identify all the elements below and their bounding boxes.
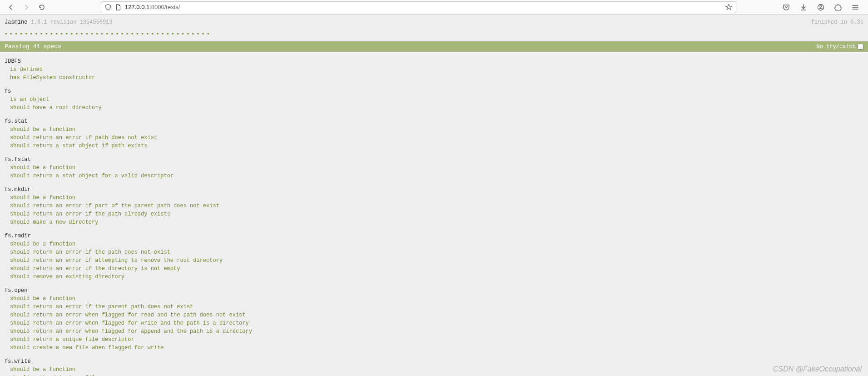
suite: fs.openshould be a functionshould return… [5,286,863,352]
spec-item[interactable]: should return an error if the path does … [10,248,863,256]
spec-item[interactable]: should return an error if attempting to … [10,256,863,265]
suite-name[interactable]: fs.stat [5,117,863,125]
spec-item[interactable]: is defined [10,65,863,74]
spec-item[interactable]: should return an error if the path alrea… [10,210,863,218]
spec-item[interactable]: is an object [10,95,863,104]
spec-item[interactable]: should be a function [10,194,863,202]
suite-name[interactable]: fs.rmdir [5,232,863,240]
trycatch-toggle[interactable]: No try/catch [817,44,863,50]
spec-item[interactable]: should be a function [10,125,863,134]
suite: fsis an objectshould have a root directo… [5,87,863,112]
suite: fs.fstatshould be a functionshould retur… [5,155,863,180]
url-bar[interactable]: 127.0.0.1:8000/tests/ [101,1,736,13]
spec-item[interactable]: should return a stat object if path exis… [10,142,863,150]
jasmine-title[interactable]: Jasmine [5,19,27,25]
pocket-icon[interactable] [780,1,793,14]
spec-item[interactable]: should return an error when flagged for … [10,311,863,319]
suite-name[interactable]: fs.write [5,357,863,366]
suite-name[interactable]: fs [5,87,863,95]
spec-item[interactable]: should be a function [10,240,863,248]
trycatch-checkbox[interactable] [858,44,863,50]
spec-item[interactable]: should return a stat object for a valid … [10,172,863,180]
spec-item[interactable]: should have a root directory [10,104,863,112]
suite: fs.statshould be a functionshould return… [5,117,863,150]
results: IDBFSis definedhas FileSystem constructo… [0,52,868,376]
spec-item[interactable]: should remove an existing directory [10,273,863,281]
spec-item[interactable]: should be a function [10,366,863,374]
menu-icon[interactable] [849,1,862,14]
extensions-icon[interactable] [832,1,844,14]
summary-text[interactable]: Passing 41 specs [5,43,61,50]
spec-item[interactable]: should return an error if part of the pa… [10,202,863,210]
suite-name[interactable]: IDBFS [5,57,863,65]
jasmine-version: 1.3.1 revision 1354556913 [31,19,113,25]
page-icon [115,4,121,10]
spec-item[interactable]: should make a new directory [10,218,863,226]
spec-item[interactable]: should return an error when flagged for … [10,327,863,336]
jasmine-header: Jasmine 1.3.1 revision 1354556913 finish… [0,15,868,30]
back-button[interactable] [5,1,17,14]
spec-item[interactable]: should return an error if path does not … [10,134,863,142]
account-icon[interactable] [814,1,827,14]
spec-item[interactable]: should be a function [10,164,863,172]
jasmine-duration: finished in 5.3s [811,19,863,25]
bookmark-star-icon[interactable] [725,4,732,10]
spec-dots: ••••••••••••••••••••••••••••••••••••••••… [0,30,868,41]
spec-item[interactable]: should return a unique file descriptor [10,336,863,344]
browser-toolbar: 127.0.0.1:8000/tests/ [0,0,868,15]
svg-point-1 [820,5,822,7]
reload-button[interactable] [35,1,48,14]
spec-item[interactable]: should be a function [10,295,863,303]
url-text: 127.0.0.1:8000/tests/ [125,4,722,10]
spec-item[interactable]: should return an error when flagged for … [10,319,863,327]
summary-bar: Passing 41 specs No try/catch [0,41,868,52]
downloads-icon[interactable] [797,1,810,14]
shield-icon [105,4,111,10]
suite: fs.rmdirshould be a functionshould retur… [5,232,863,281]
suite-name[interactable]: fs.mkdir [5,185,863,194]
suite: IDBFSis definedhas FileSystem constructo… [5,57,863,82]
suite: fs.writeshould be a functionshould write… [5,357,863,376]
spec-item[interactable]: has FileSystem constructor [10,74,863,82]
spec-item[interactable]: should return an error if the directory … [10,265,863,273]
spec-item[interactable]: should return an error if the parent pat… [10,303,863,311]
suite-name[interactable]: fs.open [5,286,863,295]
suite-name[interactable]: fs.fstat [5,155,863,164]
spec-item[interactable]: should create a new file when flagged fo… [10,344,863,352]
spec-item[interactable]: should write data to a file [10,374,863,376]
forward-button[interactable] [20,1,33,14]
suite: fs.mkdirshould be a functionshould retur… [5,185,863,226]
